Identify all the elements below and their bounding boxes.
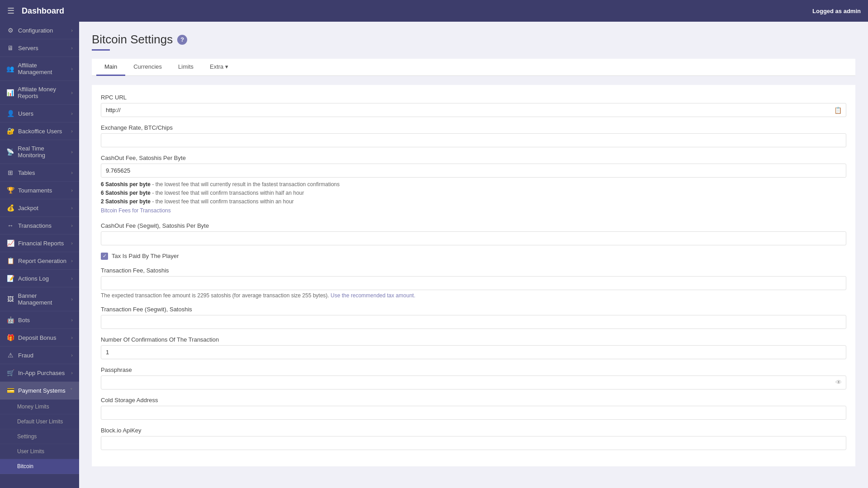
field-transaction-fee-segwit: Transaction Fee (Segwit), Satoshis [101,306,846,329]
cold-storage-label: Cold Storage Address [101,397,846,404]
passphrase-label: Passphrase [101,366,846,373]
cold-storage-input[interactable] [101,406,846,420]
sidebar-item-banner-management[interactable]: 🖼Banner Management › [0,287,79,311]
tax-paid-label[interactable]: Tax Is Paid By The Player [112,253,179,259]
financial-icon: 📈 [6,239,14,247]
arrow-icon: ˅ [70,388,73,394]
transaction-fee-input[interactable] [101,276,846,290]
arrow-icon: › [71,258,73,263]
sidebar-subitem-money-limits[interactable]: Money Limits [0,399,79,414]
sidebar-item-jackpot[interactable]: 💰Jackpot › [0,199,79,217]
sidebar-item-configuration[interactable]: ⚙Configuration › [0,22,79,39]
field-exchange-rate: Exchange Rate, BTC/Chips [101,124,846,147]
arrow-icon: › [71,128,73,134]
tab-extra[interactable]: Extra ▾ [202,59,236,76]
report-icon: 📋 [6,257,14,264]
servers-icon: 🖥 [6,44,14,52]
arrow-icon: › [71,317,73,323]
arrow-icon: › [71,223,73,228]
banner-icon: 🖼 [6,296,14,303]
sidebar-subitem-bitcoin[interactable]: Bitcoin [0,459,79,474]
sidebar-subitem-user-limits[interactable]: User Limits [0,444,79,459]
hamburger-menu[interactable]: ☰ [7,6,14,16]
sidebar-item-servers[interactable]: 🖥Servers › [0,39,79,57]
sidebar-subitem-settings[interactable]: Settings [0,429,79,444]
sidebar-item-backoffice-users[interactable]: 🔐Backoffice Users › [0,122,79,140]
users-icon: 👤 [6,110,14,117]
form-section: RPC URL 📋 Exchange Rate, BTC/Chips CashO… [92,85,855,466]
configuration-icon: ⚙ [6,27,14,34]
sidebar-item-actions-log[interactable]: 📝Actions Log › [0,270,79,287]
arrow-icon: › [71,170,73,175]
exchange-rate-input[interactable] [101,133,846,147]
cashout-fee-label: CashOut Fee, Satoshis Per Byte [101,155,846,161]
main-layout: ⚙Configuration › 🖥Servers › 👥Affiliate M… [0,22,868,488]
tab-currencies[interactable]: Currencies [125,59,170,76]
arrow-icon: › [71,149,73,155]
sidebar-item-real-time-monitoring[interactable]: 📡Real Time Monitoring › [0,140,79,164]
field-cashout-fee: CashOut Fee, Satoshis Per Byte 6 Satoshi… [101,155,846,215]
tabs-bar: Main Currencies Limits Extra ▾ [92,59,855,76]
cashout-fee-segwit-input[interactable] [101,231,846,245]
arrow-icon: › [71,296,73,302]
arrow-icon: › [71,28,73,33]
page-title-row: Bitcoin Settings ? [92,33,855,47]
arrow-icon: › [71,276,73,281]
cashout-fee-segwit-label: CashOut Fee (Segwit), Satoshis Per Byte [101,222,846,229]
confirmations-input[interactable] [101,345,846,359]
sidebar-item-deposit-bonus[interactable]: 🎁Deposit Bonus › [0,329,79,347]
tab-limits[interactable]: Limits [170,59,202,76]
sidebar-item-payment-systems[interactable]: 💳Payment Systems ˅ [0,382,79,399]
field-cashout-fee-segwit: CashOut Fee (Segwit), Satoshis Per Byte [101,222,846,245]
copy-icon[interactable]: 📋 [834,107,842,114]
jackpot-icon: 💰 [6,204,14,211]
cashout-fee-input[interactable] [101,164,846,178]
field-confirmations: Number Of Confirmations Of The Transacti… [101,336,846,359]
sidebar-item-tournaments[interactable]: 🏆Tournaments › [0,182,79,199]
sidebar-item-users[interactable]: 👤Users › [0,105,79,122]
field-cold-storage: Cold Storage Address [101,397,846,420]
arrow-icon: › [71,66,73,71]
sidebar-item-financial-reports[interactable]: 📈Financial Reports › [0,235,79,252]
sidebar-item-tables[interactable]: ⊞Tables › [0,164,79,182]
transaction-fee-segwit-label: Transaction Fee (Segwit), Satoshis [101,306,846,313]
sidebar-item-report-generation[interactable]: 📋Report Generation › [0,252,79,270]
tax-paid-checkbox[interactable]: ✓ [101,253,108,260]
sidebar-item-bots[interactable]: 🤖Bots › [0,311,79,329]
transaction-fee-segwit-input[interactable] [101,315,846,329]
topbar-left: ☰ Dashboard [7,6,64,16]
rpc-url-input[interactable] [101,103,846,117]
arrow-icon: › [71,90,73,95]
sidebar-subitem-default-user-limits[interactable]: Default User Limits [0,414,79,429]
purchases-icon: 🛒 [6,369,14,376]
recommended-tax-link[interactable]: Use the recommended tax amount. [330,292,415,299]
bitcoin-fees-link[interactable]: Bitcoin Fees for Transactions [101,207,171,214]
help-icon[interactable]: ? [177,35,187,45]
arrow-icon: › [71,111,73,116]
sidebar-item-affiliate-money-reports[interactable]: 📊Affiliate Money Reports › [0,81,79,105]
app-title: Dashboard [22,6,64,16]
field-passphrase: Passphrase 👁 [101,366,846,389]
exchange-rate-label: Exchange Rate, BTC/Chips [101,124,846,131]
sidebar-item-fraud[interactable]: ⚠Fraud › [0,347,79,364]
tax-paid-checkbox-row: ✓ Tax Is Paid By The Player [101,253,846,260]
tables-icon: ⊞ [6,169,14,176]
arrow-icon: › [71,188,73,193]
confirmations-label: Number Of Confirmations Of The Transacti… [101,336,846,343]
sidebar: ⚙Configuration › 🖥Servers › 👥Affiliate M… [0,22,79,488]
field-blockio-apikey: Block.io ApiKey [101,427,846,450]
cashout-fee-hints: 6 Satoshis per byte - the lowest fee tha… [101,180,846,215]
arrow-icon: › [71,370,73,375]
topbar-user: Logged as admin [812,8,861,14]
blockio-apikey-input[interactable] [101,436,846,450]
eye-icon[interactable]: 👁 [835,379,842,386]
arrow-icon: › [71,240,73,246]
sidebar-item-in-app-purchases[interactable]: 🛒In-App Purchases › [0,364,79,382]
transaction-fee-label: Transaction Fee, Satoshis [101,267,846,274]
arrow-icon: › [71,352,73,358]
sidebar-item-transactions[interactable]: ↔Transactions › [0,217,79,235]
fraud-icon: ⚠ [6,352,14,359]
tab-main[interactable]: Main [96,59,125,76]
sidebar-item-affiliate-management[interactable]: 👥Affiliate Management › [0,57,79,81]
passphrase-input[interactable] [101,375,846,389]
